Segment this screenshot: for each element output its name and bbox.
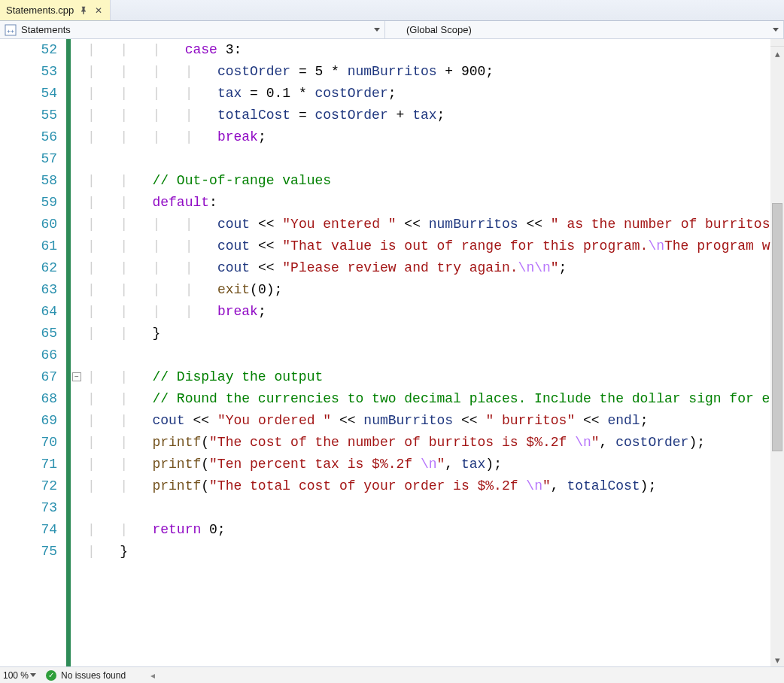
line-number: 61 bbox=[6, 235, 57, 257]
scroll-thumb[interactable] bbox=[772, 203, 782, 451]
code-line[interactable]: | | } bbox=[87, 323, 770, 345]
line-number: 71 bbox=[6, 454, 57, 475]
line-number: 66 bbox=[6, 345, 57, 366]
split-handle[interactable] bbox=[770, 39, 784, 47]
close-icon[interactable]: ✕ bbox=[93, 5, 104, 16]
scope-nav-label: (Global Scope) bbox=[406, 24, 472, 35]
line-number: 55 bbox=[6, 105, 57, 126]
line-number: 72 bbox=[6, 475, 57, 497]
line-number: 60 bbox=[6, 214, 57, 235]
line-number: 74 bbox=[6, 519, 57, 541]
line-number: 56 bbox=[6, 126, 57, 148]
svg-text:++: ++ bbox=[7, 27, 14, 35]
code-line[interactable]: | | printf("The total cost of your order… bbox=[87, 475, 770, 497]
code-line[interactable]: | | | | cout << "Please review and try a… bbox=[87, 257, 770, 279]
scroll-track[interactable] bbox=[770, 60, 784, 653]
type-nav-dropdown[interactable]: ++ Statements bbox=[0, 21, 385, 38]
scope-nav-dropdown[interactable]: (Global Scope) bbox=[385, 21, 784, 38]
zoom-label: 100 % bbox=[3, 670, 29, 681]
line-number: 58 bbox=[6, 170, 57, 192]
code-line[interactable]: | | | | break; bbox=[87, 126, 770, 148]
line-number-gutter: 5253545556575859606162636465666768697071… bbox=[6, 39, 66, 666]
line-number: 62 bbox=[6, 257, 57, 279]
code-line[interactable]: | | printf("The cost of the number of bu… bbox=[87, 432, 770, 454]
navigation-bar: ++ Statements (Global Scope) bbox=[0, 21, 784, 39]
code-line[interactable]: | | cout << "You ordered " << numBurrito… bbox=[87, 410, 770, 432]
code-line[interactable]: | | | case 3: bbox=[87, 39, 770, 61]
line-number: 68 bbox=[6, 388, 57, 410]
pin-icon[interactable] bbox=[78, 5, 89, 16]
check-circle-icon: ✓ bbox=[46, 670, 56, 681]
code-line[interactable]: | | | | exit(0); bbox=[87, 279, 770, 301]
tab-bar: Statements.cpp ✕ bbox=[0, 0, 784, 21]
vertical-scrollbar[interactable]: ▴ ▾ bbox=[770, 39, 784, 666]
scroll-down-button[interactable]: ▾ bbox=[770, 653, 784, 666]
line-number: 63 bbox=[6, 279, 57, 301]
code-line[interactable] bbox=[87, 148, 770, 170]
scroll-up-button[interactable]: ▴ bbox=[770, 47, 784, 60]
line-number: 52 bbox=[6, 39, 57, 61]
editor: 5253545556575859606162636465666768697071… bbox=[0, 39, 784, 666]
line-number: 64 bbox=[6, 301, 57, 323]
code-line[interactable]: | | | | tax = 0.1 * costOrder; bbox=[87, 83, 770, 105]
line-number: 57 bbox=[6, 148, 57, 170]
fold-toggle-icon[interactable]: − bbox=[72, 372, 81, 381]
code-area[interactable]: | | | case 3:| | | | costOrder = 5 * num… bbox=[84, 39, 770, 666]
code-line[interactable]: | | | | cout << "That value is out of ra… bbox=[87, 235, 770, 257]
horizontal-scrollbar[interactable]: ◂ bbox=[130, 669, 781, 682]
status-bar: 100 % ✓ No issues found ◂ bbox=[0, 666, 784, 683]
line-number: 73 bbox=[6, 497, 57, 519]
code-line[interactable]: | | // Display the output bbox=[87, 366, 770, 388]
code-line[interactable]: | | return 0; bbox=[87, 519, 770, 541]
line-number: 59 bbox=[6, 192, 57, 214]
code-line[interactable] bbox=[87, 497, 770, 519]
code-line[interactable]: | | // Round the currencies to two decim… bbox=[87, 388, 770, 410]
line-number: 65 bbox=[6, 323, 57, 345]
cpp-file-icon: ++ bbox=[5, 24, 17, 36]
line-number: 70 bbox=[6, 432, 57, 454]
selection-margin[interactable] bbox=[0, 39, 6, 666]
code-line[interactable]: | | | | costOrder = 5 * numBurritos + 90… bbox=[87, 61, 770, 83]
status-message: No issues found bbox=[61, 670, 126, 681]
file-tab-title: Statements.cpp bbox=[6, 5, 74, 16]
line-number: 67 bbox=[6, 366, 57, 388]
chevron-down-icon[interactable] bbox=[374, 28, 380, 32]
code-line[interactable]: | | | | totalCost = costOrder + tax; bbox=[87, 105, 770, 126]
code-line[interactable]: | | printf("Ten percent tax is $%.2f \n"… bbox=[87, 454, 770, 475]
type-nav-label: Statements bbox=[21, 24, 71, 35]
code-line[interactable]: | } bbox=[87, 541, 770, 563]
code-line[interactable]: | | // Out-of-range values bbox=[87, 170, 770, 192]
code-line[interactable]: | | | | cout << "You entered " << numBur… bbox=[87, 214, 770, 235]
line-number: 69 bbox=[6, 410, 57, 432]
line-number: 75 bbox=[6, 541, 57, 563]
zoom-dropdown[interactable]: 100 % bbox=[3, 670, 41, 681]
chevron-down-icon[interactable] bbox=[30, 673, 36, 677]
line-number: 53 bbox=[6, 61, 57, 83]
code-line[interactable]: | | default: bbox=[87, 192, 770, 214]
code-line[interactable]: | | | | break; bbox=[87, 301, 770, 323]
scroll-left-button[interactable]: ◂ bbox=[145, 669, 160, 682]
file-tab[interactable]: Statements.cpp ✕ bbox=[0, 0, 111, 20]
line-number: 54 bbox=[6, 83, 57, 105]
outlining-margin[interactable]: − bbox=[71, 39, 84, 666]
chevron-down-icon[interactable] bbox=[773, 28, 779, 32]
code-line[interactable] bbox=[87, 345, 770, 366]
